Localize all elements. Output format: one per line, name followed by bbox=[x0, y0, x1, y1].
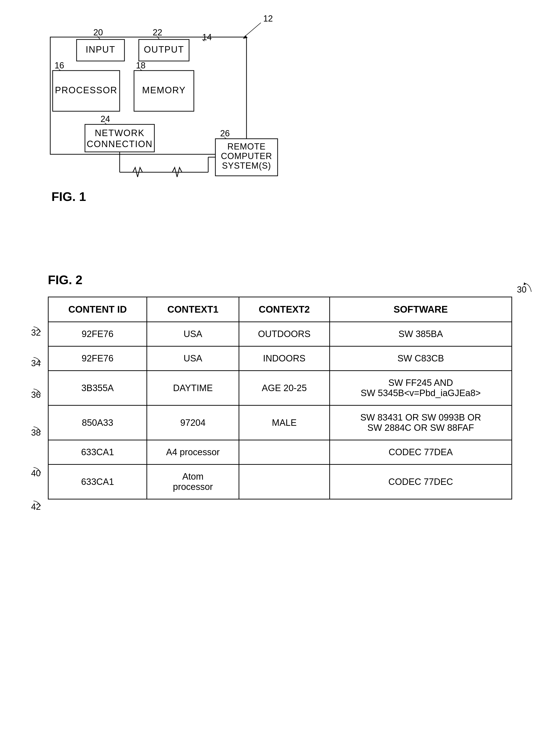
table-cell-1-2: INDOORS bbox=[239, 347, 330, 371]
svg-text:REMOTE: REMOTE bbox=[227, 142, 266, 151]
table-row: 92FE76USAINDOORSSW C83CB bbox=[48, 347, 512, 371]
svg-text:INPUT: INPUT bbox=[86, 45, 115, 55]
data-table: CONTENT ID CONTEXT1 CONTEXT2 SOFTWARE 92… bbox=[48, 297, 512, 499]
table-cell-3-2: MALE bbox=[239, 405, 330, 440]
svg-rect-1 bbox=[77, 39, 124, 61]
table-cell-2-3: SW FF245 ANDSW 5345B<v=Pbd_iaGJEa8> bbox=[330, 371, 512, 405]
svg-text:FIG. 1: FIG. 1 bbox=[51, 190, 86, 204]
col-header-software: SOFTWARE bbox=[330, 297, 512, 322]
table-row: 92FE76USAOUTDOORSSW 385BA bbox=[48, 322, 512, 347]
table-row: 633CA1A4 processorCODEC 77DEA bbox=[48, 440, 512, 464]
table-cell-3-3: SW 83431 OR SW 0993B ORSW 2884C OR SW 88… bbox=[330, 405, 512, 440]
table-cell-3-1: 97204 bbox=[147, 405, 239, 440]
svg-text:14: 14 bbox=[202, 32, 212, 42]
table-cell-4-3: CODEC 77DEA bbox=[330, 440, 512, 464]
svg-line-21 bbox=[244, 23, 261, 37]
table-cell-4-1: A4 processor bbox=[147, 440, 239, 464]
svg-text:18: 18 bbox=[136, 61, 146, 70]
table-wrapper: 32 34 36 38 40 42 bbox=[48, 297, 512, 499]
table-cell-2-0: 3B355A bbox=[48, 371, 147, 405]
table-cell-0-2: OUTDOORS bbox=[239, 322, 330, 347]
table-row: 3B355ADAYTIMEAGE 20-25SW FF245 ANDSW 534… bbox=[48, 371, 512, 405]
svg-rect-9 bbox=[85, 124, 154, 152]
table-cell-0-0: 92FE76 bbox=[48, 322, 147, 347]
svg-rect-7 bbox=[134, 71, 194, 111]
svg-text:NETWORK: NETWORK bbox=[95, 128, 145, 138]
col-header-content-id: CONTENT ID bbox=[48, 297, 147, 322]
table-cell-2-2: AGE 20-25 bbox=[239, 371, 330, 405]
svg-text:CONNECTION: CONNECTION bbox=[87, 139, 152, 149]
table-cell-5-3: CODEC 77DEC bbox=[330, 464, 512, 499]
svg-text:SYSTEM(S): SYSTEM(S) bbox=[222, 161, 271, 171]
svg-text:26: 26 bbox=[220, 129, 230, 138]
svg-rect-12 bbox=[215, 139, 278, 176]
col-header-context1: CONTEXT1 bbox=[147, 297, 239, 322]
svg-rect-5 bbox=[53, 71, 120, 111]
svg-text:OUTPUT: OUTPUT bbox=[144, 45, 184, 55]
table-cell-3-0: 850A33 bbox=[48, 405, 147, 440]
table-cell-0-1: USA bbox=[147, 322, 239, 347]
svg-text:MEMORY: MEMORY bbox=[142, 85, 186, 95]
fig2-area: FIG. 2 30 32 34 36 38 bbox=[48, 273, 512, 499]
table-cell-0-3: SW 385BA bbox=[330, 322, 512, 347]
svg-text:24: 24 bbox=[101, 114, 110, 124]
table-cell-5-1: Atomprocessor bbox=[147, 464, 239, 499]
table-cell-1-0: 92FE76 bbox=[48, 347, 147, 371]
svg-text:PROCESSOR: PROCESSOR bbox=[55, 85, 118, 95]
svg-marker-22 bbox=[243, 35, 248, 39]
svg-text:20: 20 bbox=[93, 28, 103, 37]
table-cell-2-1: DAYTIME bbox=[147, 371, 239, 405]
svg-rect-0 bbox=[50, 37, 246, 154]
table-cell-4-0: 633CA1 bbox=[48, 440, 147, 464]
table-cell-1-3: SW C83CB bbox=[330, 347, 512, 371]
table-cell-4-2 bbox=[239, 440, 330, 464]
table-row: 850A3397204MALESW 83431 OR SW 0993B ORSW… bbox=[48, 405, 512, 440]
table-cell-5-0: 633CA1 bbox=[48, 464, 147, 499]
svg-rect-3 bbox=[139, 39, 189, 61]
svg-text:COMPUTER: COMPUTER bbox=[221, 151, 272, 161]
svg-text:12: 12 bbox=[263, 14, 273, 23]
svg-text:16: 16 bbox=[55, 61, 64, 70]
svg-text:22: 22 bbox=[153, 28, 162, 37]
fig2-label: FIG. 2 bbox=[48, 273, 512, 287]
col-header-context2: CONTEXT2 bbox=[239, 297, 330, 322]
table-header-row: CONTENT ID CONTEXT1 CONTEXT2 SOFTWARE bbox=[48, 297, 512, 322]
table-row: 633CA1AtomprocessorCODEC 77DEC bbox=[48, 464, 512, 499]
table-cell-1-1: USA bbox=[147, 347, 239, 371]
table-cell-5-2 bbox=[239, 464, 330, 499]
